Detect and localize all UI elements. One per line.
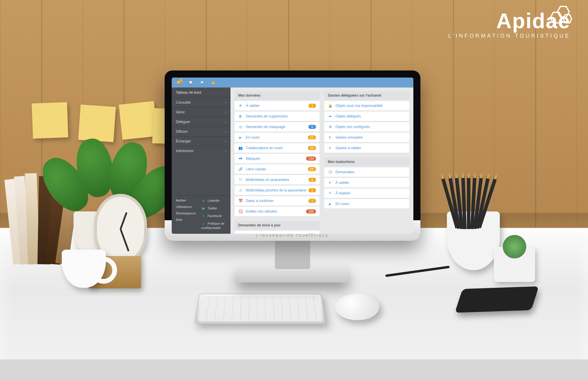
- sidebar: Tableau de bord Consulter›Gérer›Déléguer…: [172, 88, 230, 234]
- panel-item[interactable]: Collaborations en cours15: [235, 143, 320, 153]
- panel-mes-donnees: Mes données À valider1Demandes de suppre…: [235, 91, 320, 216]
- bell-icon[interactable]: [176, 80, 181, 85]
- sidebar-footer: ApidaeUtilisateursDéveloppeursAide Linke…: [172, 195, 230, 234]
- sidebar-item[interactable]: Administrer›: [172, 146, 230, 156]
- sidebar-item[interactable]: Gérer›: [172, 107, 230, 117]
- desk-front: [0, 359, 588, 380]
- panel-title: Demandes de mise à jour: [235, 221, 320, 230]
- sidebar-item-label: Administrer: [176, 149, 194, 153]
- panel-item[interactable]: Saisies à valider: [324, 143, 409, 153]
- phone: [455, 286, 539, 313]
- screen: Tableau de bord Consulter›Gérer›Déléguer…: [172, 78, 413, 234]
- social-icon: [201, 221, 206, 226]
- footer-link[interactable]: Politique de confidentialité: [201, 221, 230, 230]
- footer-link[interactable]: Twitter: [201, 206, 230, 211]
- panel-item[interactable]: Objets délégués: [324, 112, 409, 121]
- content: Mes données À valider1Demandes de suppre…: [230, 88, 413, 234]
- footer-link[interactable]: Linkedin: [201, 199, 230, 203]
- sidebar-item[interactable]: Échanger›: [172, 136, 230, 146]
- panel-item[interactable]: Liens cassés28: [235, 164, 320, 174]
- panel-item-label: En cours: [328, 201, 349, 206]
- social-icon: [201, 199, 206, 203]
- count-badge: 0: [308, 125, 316, 129]
- count-badge: 5: [308, 178, 316, 182]
- item-icon: [238, 103, 243, 108]
- panel-item[interactable]: Masqués134: [235, 154, 320, 163]
- panel-item-label: À valider: [328, 180, 349, 185]
- app-root: Tableau de bord Consulter›Gérer›Déléguer…: [172, 78, 413, 234]
- sidebar-item-label: Consulter: [176, 100, 191, 105]
- panel-item[interactable]: Multimédias proches de la quarantaine1: [235, 186, 320, 195]
- chin-brand-tagline: L'INFORMATION TOURISTIQUE: [256, 234, 329, 237]
- panel-item[interactable]: À valider1: [235, 101, 320, 110]
- sidebar-item[interactable]: Déléguer›: [172, 117, 230, 127]
- panel-item-label: À valider: [238, 103, 260, 108]
- count-badge: 1: [308, 104, 316, 108]
- sidebar-item-label: Déléguer: [176, 120, 190, 124]
- footer-link[interactable]: Développeurs: [176, 211, 196, 215]
- count-badge: 15: [308, 146, 316, 150]
- panel-item-label: À réaliser: [328, 191, 350, 196]
- chevron-right-icon: ›: [225, 130, 226, 134]
- sidebar-item[interactable]: Diffuser›: [172, 127, 230, 136]
- count-badge: 244: [306, 233, 316, 234]
- panel-item-label: Multimédias proches de la quarantaine: [238, 188, 306, 193]
- count-badge: 1: [308, 199, 316, 203]
- sidebar-item[interactable]: Consulter›: [172, 97, 230, 107]
- item-icon: [328, 114, 333, 119]
- chevron-right-icon: ›: [225, 149, 226, 153]
- keyboard: [195, 294, 326, 324]
- panel-item[interactable]: Multimédias en quarantaine5: [235, 175, 320, 184]
- panel-item[interactable]: Demandes de masquage0: [235, 122, 320, 132]
- item-icon: [238, 125, 243, 129]
- footer-link[interactable]: Apidae: [176, 199, 196, 202]
- panel-item[interactable]: À valider: [324, 178, 409, 187]
- item-icon: [238, 188, 243, 193]
- chat-icon[interactable]: [188, 80, 193, 85]
- panel-item-label: Dates à confirmer: [238, 199, 274, 203]
- sidebar-item-label: Diffuser: [176, 130, 188, 134]
- panel-item-label: En cours: [238, 135, 260, 140]
- monitor-stand-neck: [275, 237, 310, 269]
- footer-link[interactable]: Aide: [176, 218, 196, 221]
- mouse: [335, 294, 379, 320]
- panel-item[interactable]: En cours12: [235, 133, 320, 142]
- panel-deleguees: Saisies déléguées sur l'extranet Objets …: [324, 91, 409, 153]
- count-badge: 134: [306, 157, 316, 161]
- chevron-right-icon: ›: [225, 139, 226, 143]
- brand-watermark: Apidae L'INFORMATION TOURISTIQUE: [448, 9, 570, 39]
- topbar: [172, 78, 413, 88]
- item-icon: [328, 103, 333, 108]
- chevron-right-icon: ›: [225, 120, 226, 124]
- panel-item-label: Saisies envoyées: [328, 135, 363, 140]
- item-icon: [238, 199, 243, 203]
- panel-item[interactable]: À réaliser: [324, 189, 409, 198]
- panel-item[interactable]: En cours: [324, 199, 409, 209]
- panel-item[interactable]: Objets non configurés: [324, 122, 409, 132]
- panel-item-label: Saisies à valider: [328, 146, 361, 150]
- panel-item[interactable]: Demandes envoyées244: [235, 231, 320, 234]
- panel-item-label: Demandes envoyées: [238, 233, 279, 234]
- panel-item-label: Objets délégués: [328, 114, 361, 119]
- footer-link[interactable]: Utilisateurs: [176, 205, 196, 209]
- pencils: [448, 176, 498, 229]
- panel-title: Saisies déléguées sur l'extranet: [324, 91, 409, 100]
- chevron-right-icon: ›: [225, 100, 226, 105]
- thumb-icon[interactable]: [211, 80, 216, 85]
- panel-item[interactable]: Entités non utilisées186: [235, 207, 320, 216]
- panel-item[interactable]: Demandées: [324, 167, 409, 177]
- item-icon: [328, 170, 333, 174]
- sidebar-item-label: Gérer: [176, 110, 185, 114]
- panel-title: Mes données: [235, 91, 320, 100]
- heart-icon[interactable]: [201, 80, 203, 85]
- footer-link[interactable]: Facebook: [201, 214, 230, 218]
- sidebar-title: Tableau de bord: [172, 88, 230, 97]
- panel-item[interactable]: Demandes de suppression: [235, 112, 320, 121]
- item-icon: [328, 135, 333, 140]
- panel-item[interactable]: Dates à confirmer1: [235, 196, 320, 206]
- panel-item-label: Demandées: [328, 170, 355, 174]
- sidebar-item-label: Échanger: [176, 139, 191, 143]
- panel-item[interactable]: Saisies envoyées: [324, 133, 409, 142]
- panel-item[interactable]: Objets sous ma responsabilité: [324, 101, 409, 110]
- item-icon: [328, 125, 333, 129]
